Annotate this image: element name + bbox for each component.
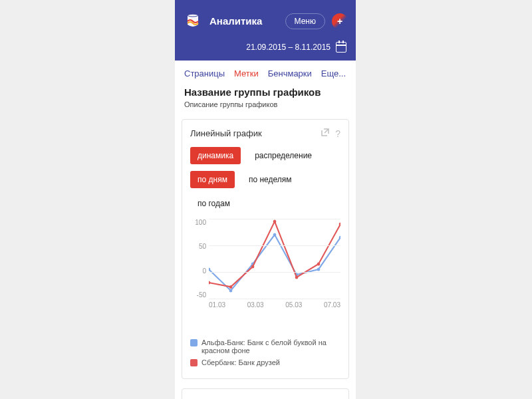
- line-chart: 100500-50 01.0303.0305.0307.03: [209, 219, 340, 319]
- legend-item: Сбербанк: Банк друзей: [190, 358, 340, 366]
- app-logo-icon: [183, 11, 203, 31]
- tab-2[interactable]: Бенчмарки: [268, 68, 312, 78]
- svg-point-12: [295, 276, 299, 279]
- tab-3[interactable]: Еще...: [321, 68, 346, 78]
- tab-1[interactable]: Метки: [234, 68, 259, 78]
- seg-period-1[interactable]: по неделям: [241, 171, 299, 188]
- app-title: Аналитика: [209, 15, 279, 27]
- tabs: СтраницыМеткиБенчмаркиЕще...: [175, 61, 356, 85]
- chart-card: Линейный график ? динамикараспределение …: [182, 119, 349, 379]
- seg-period-2[interactable]: по годам: [190, 195, 237, 212]
- svg-point-10: [251, 265, 255, 269]
- seg-type-0[interactable]: динамика: [190, 147, 241, 164]
- legend-item: Альфа-Банк: Банк с белой буквой на красн…: [190, 338, 340, 354]
- menu-button[interactable]: Меню: [285, 13, 325, 29]
- svg-point-6: [317, 268, 321, 271]
- seg-type-1[interactable]: распределение: [247, 147, 319, 164]
- help-icon[interactable]: ?: [335, 128, 340, 139]
- language-switch-button[interactable]: +: [332, 13, 348, 29]
- svg-point-8: [209, 281, 210, 285]
- svg-point-11: [273, 220, 277, 223]
- svg-point-13: [317, 263, 321, 266]
- svg-point-4: [273, 233, 277, 237]
- chart-group-title: Название группы графиков: [184, 86, 346, 98]
- card-title: Линейный график: [190, 128, 315, 138]
- svg-point-9: [229, 285, 233, 289]
- seg-period-0[interactable]: по дням: [190, 171, 235, 188]
- svg-point-2: [229, 289, 233, 293]
- next-card-placeholder: [182, 388, 349, 399]
- tab-0[interactable]: Страницы: [184, 68, 225, 78]
- chart-group-subtitle: Описание группы графиков: [184, 100, 346, 108]
- calendar-icon[interactable]: [336, 42, 346, 53]
- external-link-icon[interactable]: [321, 128, 330, 139]
- date-range-label: 21.09.2015 – 8.11.2015: [246, 43, 331, 52]
